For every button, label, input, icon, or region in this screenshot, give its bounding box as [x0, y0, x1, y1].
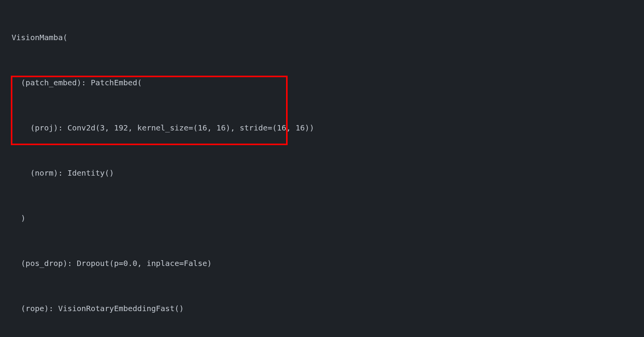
code-line[interactable]: (norm): Identity()	[4, 166, 644, 181]
code-line[interactable]: VisionMamba(	[4, 30, 644, 45]
code-line[interactable]: (rope): VisionRotaryEmbeddingFast()	[4, 301, 644, 316]
code-line[interactable]: (proj): Conv2d(3, 192, kernel_size=(16, …	[4, 120, 644, 135]
code-line[interactable]: )	[4, 211, 644, 226]
code-line[interactable]: (patch_embed): PatchEmbed(	[4, 75, 644, 90]
code-output-viewport[interactable]: VisionMamba( (patch_embed): PatchEmbed( …	[0, 0, 644, 337]
code-line[interactable]: (pos_drop): Dropout(p=0.0, inplace=False…	[4, 256, 644, 271]
